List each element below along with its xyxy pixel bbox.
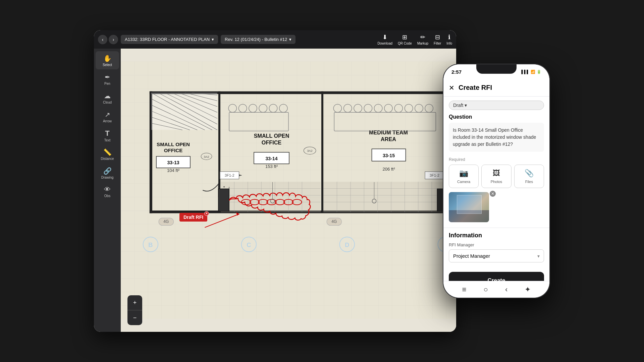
status-icons: ▌▌▌ 📶 🔋	[522, 70, 541, 74]
photos-label: Photos	[491, 180, 502, 184]
attachment-row: 📷 Camera 🖼 Photos 📎 Files	[443, 165, 549, 192]
revision-label: Rev. 12 (01/24/24) - Bulletin #12	[225, 37, 287, 42]
wifi-icon: 📶	[531, 70, 535, 74]
select-label: Select	[103, 63, 112, 67]
svg-text:OFFICE: OFFICE	[164, 147, 183, 153]
information-title: Information	[449, 232, 544, 239]
home-button[interactable]: ○	[484, 285, 488, 294]
svg-text:3F1-2: 3F1-2	[225, 173, 234, 177]
svg-text:4G: 4G	[163, 219, 169, 224]
draft-rfi-text: Draft RFI	[183, 215, 203, 220]
pen-tool[interactable]: ✒ Pen	[96, 70, 119, 88]
download-icon: ⬇	[382, 34, 387, 41]
text-label: Text	[104, 138, 110, 142]
rfi-manager-value: Project Manager	[453, 253, 490, 259]
question-section: Question Is Room 33-14 Small Open Office…	[443, 114, 549, 156]
filter-label: Filter	[434, 42, 441, 45]
cloud-tool[interactable]: ☁ Cloud	[96, 89, 119, 107]
left-toolbar: ✋ Select ✒ Pen ☁ Cloud ↗ Arrow T Text	[94, 49, 121, 332]
svg-rect-61	[323, 182, 444, 212]
phone: 2:57 ▌▌▌ 📶 🔋 ✕ Create RFI Draft ▾ Questi…	[443, 64, 550, 298]
cloud-icon: ☁	[104, 92, 111, 100]
back-button[interactable]: ‹	[98, 35, 107, 44]
drawing-icon: 🔗	[103, 167, 112, 175]
download-button[interactable]: ⬇ Download	[378, 34, 392, 45]
photos-button[interactable]: 🖼 Photos	[481, 165, 511, 188]
svg-text:33-13: 33-13	[167, 160, 179, 165]
image-preview-wrap: ✕	[443, 192, 494, 228]
filter-button[interactable]: ⊟ Filter	[434, 34, 441, 45]
distance-label: Distance	[101, 157, 114, 161]
obs-label: Obs	[104, 194, 110, 198]
obs-icon: 👁	[104, 186, 111, 193]
rfi-close-button[interactable]: ✕	[449, 84, 454, 91]
select-tool[interactable]: ✋ Select	[96, 51, 119, 69]
svg-text:33-15: 33-15	[383, 153, 395, 158]
plan-selector[interactable]: A1332: 33RD FLOOR - ANNOTATED PLAN ▾	[121, 35, 218, 44]
image-thumbnail	[449, 192, 489, 222]
distance-tool[interactable]: 📏 Distance	[96, 145, 119, 163]
image-preview	[449, 192, 489, 222]
camera-button[interactable]: 📷 Camera	[449, 165, 479, 188]
create-button[interactable]: Create	[449, 272, 544, 281]
markup-button[interactable]: ✏ Markup	[417, 34, 428, 45]
svg-text:3F1-2: 3F1-2	[430, 173, 439, 177]
main-area: ✋ Select ✒ Pen ☁ Cloud ↗ Arrow T Text	[94, 49, 456, 332]
svg-text:3A2: 3A2	[204, 155, 209, 159]
draft-rfi-label[interactable]: Draft RFI ✕	[179, 213, 207, 222]
obs-tool[interactable]: 👁 Obs	[96, 183, 119, 201]
rfi-header: ✕ Create RFI	[443, 79, 549, 97]
phone-notch	[476, 64, 517, 74]
question-text[interactable]: Is Room 33-14 Small Open Office included…	[449, 123, 544, 152]
text-icon: T	[105, 129, 109, 138]
tablet: ‹ › A1332: 33RD FLOOR - ANNOTATED PLAN ▾…	[94, 30, 456, 332]
blueprint-canvas[interactable]: 3/E 3A2 3A2 SMALL OPEN OFFICE 33-13 104 …	[121, 49, 456, 332]
svg-text:AREA: AREA	[381, 136, 396, 142]
forward-button[interactable]: ›	[109, 35, 118, 44]
download-label: Download	[378, 42, 392, 45]
back-button[interactable]: ‹	[505, 285, 507, 294]
revision-selector[interactable]: Rev. 12 (01/24/24) - Bulletin #12 ▾	[221, 35, 296, 44]
draft-chevron-icon: ▾	[465, 103, 467, 108]
rfi-title: Create RFI	[459, 84, 544, 92]
zoom-in-button[interactable]: +	[127, 295, 142, 310]
files-button[interactable]: 📎 Files	[514, 165, 544, 188]
pen-icon: ✒	[105, 73, 110, 81]
svg-text:MEDIUM TEAM: MEDIUM TEAM	[369, 129, 408, 135]
rfi-manager-dropdown[interactable]: Project Manager ▾	[449, 249, 544, 262]
info-button[interactable]: ℹ Info	[446, 34, 452, 45]
cloud-label: Cloud	[103, 101, 112, 104]
svg-text:SMALL OPEN: SMALL OPEN	[254, 133, 289, 139]
phone-bottom-bar: ≡ ○ ‹ ✦	[443, 281, 549, 298]
camera-icon: 📷	[459, 169, 468, 178]
svg-text:4G: 4G	[331, 219, 337, 224]
files-icon: 📎	[525, 169, 534, 178]
draft-status-dropdown[interactable]: Draft ▾	[449, 101, 544, 110]
image-remove-button[interactable]: ✕	[489, 190, 496, 197]
drawing-label: Drawing	[101, 176, 114, 179]
svg-text:206 ft²: 206 ft²	[382, 167, 395, 172]
phone-screen: 2:57 ▌▌▌ 📶 🔋 ✕ Create RFI Draft ▾ Questi…	[443, 64, 549, 298]
arrow-tool[interactable]: ↗ Arrow	[96, 108, 119, 126]
rfi-manager-chevron-icon: ▾	[537, 253, 540, 259]
required-label: Required	[443, 156, 549, 165]
svg-text:C: C	[247, 242, 251, 248]
nav-arrows: ‹ ›	[98, 35, 118, 44]
drawing-tool[interactable]: 🔗 Drawing	[96, 164, 119, 182]
menu-button[interactable]: ≡	[462, 285, 467, 294]
signal-icon: ▌▌▌	[522, 70, 529, 74]
star-button[interactable]: ✦	[525, 285, 531, 294]
status-time: 2:57	[451, 69, 462, 75]
info-label: Info	[446, 42, 452, 45]
svg-text:153 ft²: 153 ft²	[265, 164, 278, 169]
info-icon: ℹ	[448, 34, 450, 41]
filter-icon: ⊟	[435, 34, 440, 41]
header-actions: ⬇ Download ⊞ QR Code ✏ Markup ⊟ Filter ℹ	[378, 34, 452, 45]
zoom-out-button[interactable]: −	[127, 310, 142, 325]
zoom-controls: + −	[127, 295, 142, 325]
qrcode-button[interactable]: ⊞ QR Code	[398, 34, 412, 45]
arrow-label: Arrow	[103, 119, 112, 123]
svg-text:SMALL OPEN: SMALL OPEN	[157, 141, 190, 147]
svg-text:B: B	[148, 242, 153, 248]
text-tool[interactable]: T Text	[96, 126, 119, 144]
